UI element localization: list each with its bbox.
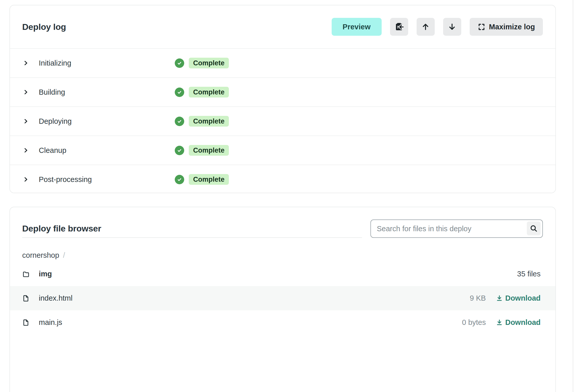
stage-row-building[interactable]: Building Complete [10, 77, 555, 106]
status-badge: Complete [189, 87, 229, 97]
folder-file-count: 35 files [517, 270, 541, 278]
deploy-file-browser-card: Deploy file browser cornershop / [9, 207, 556, 392]
clipboard-import-icon [394, 22, 404, 31]
file-name: main.js [39, 318, 62, 327]
search-icon [530, 224, 538, 232]
deploy-log-title: Deploy log [22, 22, 66, 32]
download-label: Download [505, 318, 541, 327]
chevron-right-icon [23, 148, 29, 153]
file-row-index-html[interactable]: index.html 9 KB Download [10, 286, 555, 310]
stage-row-post-processing[interactable]: Post-processing Complete [10, 165, 555, 193]
file-name: img [39, 270, 52, 278]
stage-label: Initializing [39, 59, 175, 67]
stage-label: Deploying [39, 117, 175, 126]
stage-row-initializing[interactable]: Initializing Complete [10, 48, 555, 77]
maximize-log-button[interactable]: Maximize log [470, 18, 543, 36]
file-name: index.html [39, 294, 72, 302]
status-badge: Complete [189, 58, 229, 68]
arrow-down-icon [448, 22, 456, 31]
file-browser-title-wrap: Deploy file browser [22, 219, 362, 238]
breadcrumb-root[interactable]: cornershop [22, 251, 59, 260]
file-size: 9 KB [470, 294, 486, 302]
stage-row-deploying[interactable]: Deploying Complete [10, 106, 555, 136]
scroll-to-bottom-button[interactable] [443, 18, 461, 36]
file-search-input[interactable] [370, 219, 543, 238]
file-row-main-js[interactable]: main.js 0 bytes Download [10, 310, 555, 335]
chevron-right-icon [23, 60, 29, 66]
stage-status: Complete [175, 116, 229, 127]
file-search [370, 219, 543, 238]
maximize-icon [478, 23, 485, 31]
page: Deploy log Preview [0, 0, 574, 392]
check-circle-icon [175, 175, 184, 184]
deploy-log-header: Deploy log Preview [10, 5, 555, 48]
download-icon [496, 295, 503, 302]
status-badge: Complete [189, 116, 229, 127]
file-row-img[interactable]: img 35 files [10, 262, 555, 286]
maximize-log-label: Maximize log [489, 23, 535, 31]
download-label: Download [505, 294, 541, 302]
page-right-border [573, 0, 573, 392]
breadcrumb: cornershop / [22, 251, 543, 260]
status-badge: Complete [189, 174, 229, 185]
file-rows: img 35 files index.html 9 KB [10, 262, 555, 335]
file-browser-header: Deploy file browser [22, 219, 543, 238]
folder-icon [22, 270, 30, 278]
check-circle-icon [175, 58, 184, 68]
chevron-right-icon [23, 177, 29, 182]
check-circle-icon [175, 117, 184, 126]
status-badge: Complete [189, 145, 229, 156]
stage-status: Complete [175, 87, 229, 97]
check-circle-icon [175, 146, 184, 155]
file-icon [22, 319, 30, 326]
copy-log-button[interactable] [390, 18, 408, 36]
download-icon [496, 319, 503, 326]
stage-status: Complete [175, 145, 229, 156]
chevron-right-icon [23, 89, 29, 95]
arrow-up-icon [421, 22, 430, 31]
chevron-right-icon [23, 118, 29, 124]
file-browser-title: Deploy file browser [22, 224, 101, 234]
download-button[interactable]: Download [496, 318, 541, 327]
search-button[interactable] [527, 222, 541, 235]
stage-status: Complete [175, 58, 229, 68]
stage-label: Building [39, 88, 175, 96]
file-size: 0 bytes [462, 318, 486, 327]
stage-label: Cleanup [39, 146, 175, 155]
check-circle-icon [175, 88, 184, 97]
preview-button[interactable]: Preview [332, 18, 382, 36]
download-button[interactable]: Download [496, 294, 541, 302]
file-icon [22, 295, 30, 302]
deploy-log-actions: Preview [332, 18, 543, 36]
stage-row-cleanup[interactable]: Cleanup Complete [10, 136, 555, 165]
stage-status: Complete [175, 174, 229, 185]
deploy-log-card: Deploy log Preview [9, 5, 556, 193]
stage-label: Post-processing [39, 175, 175, 184]
breadcrumb-separator: / [63, 251, 65, 260]
scroll-to-top-button[interactable] [417, 18, 435, 36]
